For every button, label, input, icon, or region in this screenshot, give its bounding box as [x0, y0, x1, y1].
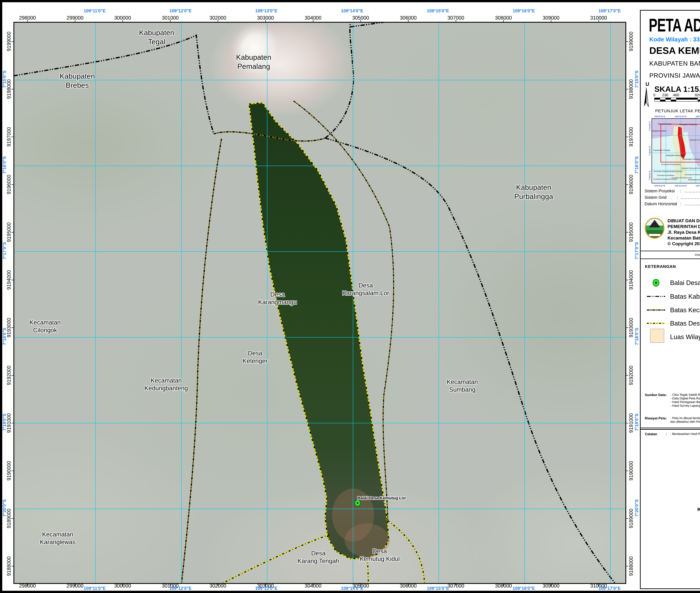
longitude-label-bottom: 109°13'0"E: [255, 586, 278, 591]
grid-tick: [75, 20, 75, 22]
longitude-label-bottom: 109°16'0"E: [513, 586, 535, 591]
grid-tick: [11, 423, 13, 423]
grid-tick: [11, 89, 13, 89]
legend-item: Batas Kecamatan: [641, 303, 700, 317]
inset-coord-label: 7°24'21"S: [649, 171, 651, 180]
northing-label-right: 9191000: [628, 413, 634, 433]
grid-tick: [11, 518, 13, 519]
latitude-label-left: 7°17'0"S: [2, 242, 7, 260]
grid-tick: [170, 20, 171, 22]
longitude-label-bottom: 109°15'0"E: [427, 586, 449, 591]
legend-item: Balai Desa Kemutug Lor: [641, 276, 700, 290]
grid-tick: [551, 20, 551, 22]
grid-tick: [626, 566, 628, 566]
agreement-line: Berdasarkan Hasil Musyawarah: [641, 434, 700, 439]
grid-tick: [11, 375, 13, 375]
inset-coord-label: 109°18'13"E: [696, 185, 700, 187]
pada-hari-line: Pada Hari .......: [641, 472, 700, 477]
northing-label-right: 9193000: [628, 318, 634, 338]
grid-tick: [626, 137, 628, 137]
inset-map-label: Kecamatan Karanglewas: [657, 174, 674, 176]
north-arrow-icon: U: [643, 81, 652, 108]
grid-tick: [122, 584, 123, 586]
area-swatch-icon: [646, 330, 666, 344]
divider: [641, 251, 700, 251]
kabupaten-boundary-northeast: [350, 23, 432, 27]
source-line: - Peta ini dibuat berdasarkan hasil peng…: [670, 416, 700, 420]
desa-kemutug-lor-area: [249, 103, 389, 559]
desa-boundary-line-icon: [646, 316, 666, 330]
inset-map-label: Kabupaten Tegal: [658, 123, 671, 125]
inset-coord-label: 7°14'22"S: [649, 121, 651, 131]
inset-coord-label: 109°8'15"E: [654, 185, 665, 187]
northing-label-right: 9192000: [628, 365, 634, 385]
legend-title: KETERANGAN: [645, 264, 676, 269]
legend-item: Batas Kabupaten: [641, 289, 700, 304]
grid-tick: [11, 232, 13, 233]
projection-row: Sistem Proyeksi: .......................…: [644, 189, 700, 193]
grid-tick: [11, 184, 13, 185]
inset-map-label: Kabupaten Banyumas: [666, 154, 684, 156]
northing-label-right: 9198000: [628, 79, 634, 99]
grid-tick: [503, 584, 504, 586]
inset-map-label: Kabupaten Banyumas/Purbalingga: [681, 167, 700, 169]
source-group-label: Sumber Data: [645, 393, 666, 397]
latitude-label-right: 7°15'0"S: [634, 71, 639, 88]
grid-tick: [27, 584, 28, 586]
longitude-label-top: 109°15'0"E: [427, 8, 449, 13]
grid-tick: [626, 41, 628, 42]
northing-label-left: 9190000: [6, 461, 12, 480]
northing-label-right: 9197000: [628, 127, 634, 147]
inset-coord-label: 109°13'14"E: [675, 185, 687, 187]
latitude-label-right: 7°20'0"S: [634, 499, 639, 517]
latitude-label-right: 7°16'0"S: [634, 156, 639, 173]
grid-tick: [170, 584, 171, 586]
desa-boundaries: [223, 521, 425, 583]
source-line: - Hasil Survey Lapangan dan Interpretasi…: [670, 404, 700, 407]
inset-map-label: Kecamatan Cilongok: [653, 149, 670, 151]
grid-tick: [361, 584, 361, 586]
grid-tick: [218, 20, 218, 22]
inset-coord-label: 7°19'22"S: [649, 146, 651, 156]
latitude-label-left: 7°16'0"S: [2, 156, 7, 173]
scale-bar-graphic: [654, 97, 700, 102]
agreement-line: Peta Administrasi Desa Kemutug Lor: [641, 440, 700, 445]
longitude-label-top: 109°13'0"E: [255, 8, 278, 13]
village-government-logo: [645, 218, 664, 239]
longitude-label-top: 109°16'0"E: [513, 8, 535, 13]
source-group-colon: :: [666, 416, 667, 420]
scale-text: SKALA 1:15.170: [654, 84, 700, 93]
inset-coord-label: 109°13'14"E: [675, 115, 687, 118]
legend-item: Luas Wilayah 619,07 Ha: [641, 330, 700, 344]
disahkan-line: Disahkan Oleh,: [641, 557, 700, 562]
source-group-label: Riwayat Peta: [645, 416, 666, 420]
grid-tick: [11, 471, 13, 471]
signature-line: ...............................: [641, 542, 700, 546]
grid-tick: [626, 327, 628, 328]
inset-map-label: Kecamatan Kedungbanteng/Karanglewas: [654, 170, 682, 172]
longitude-label-bottom: 109°12'0"E: [170, 586, 192, 591]
kepala-desa-title: KEPALA DESA KEMUTUG LOR: [641, 571, 700, 577]
latitude-label-left: 7°19'0"S: [2, 413, 7, 431]
longitude-label-top: 109°14'0"E: [341, 8, 363, 13]
grid-tick: [456, 20, 456, 22]
inset-coord-label: 109°8'15"E: [654, 115, 665, 118]
grid-tick: [313, 584, 313, 586]
grid-tick: [265, 584, 266, 586]
agreement-line: Kecamatan Baturraden: [641, 446, 700, 451]
kode-wilayah: Kode Wilayah : 33.02.22.2010: [649, 36, 700, 43]
source-line: - Citra Tegak Satelit Resolusi Sangat Ti…: [670, 393, 700, 397]
source-line: - Hasil Penegasan Batas Desa Kabupaten B…: [670, 400, 700, 404]
grid-tick: [361, 20, 361, 22]
grid-tick: [11, 137, 13, 137]
signature-line: ...............................: [641, 584, 700, 588]
publisher-block: DIBUAT DAN DITERBITKAN OLEH : PEMERINTAH…: [667, 218, 700, 247]
northing-label-left: 9199000: [6, 32, 12, 51]
disepakati-line: Disepakati Oleh,: [641, 478, 700, 483]
inset-map-label: Kabupaten Purbalingga: [690, 139, 700, 141]
agreement-line: Provinsi Jawa Tengah: [641, 459, 700, 463]
grid-tick: [11, 280, 13, 280]
kecamatan-boundary-line-icon: [646, 303, 666, 317]
northing-label-right: 9189000: [628, 509, 634, 528]
inset-map-label: Kecamatan Kedungbanteng: [661, 163, 680, 165]
